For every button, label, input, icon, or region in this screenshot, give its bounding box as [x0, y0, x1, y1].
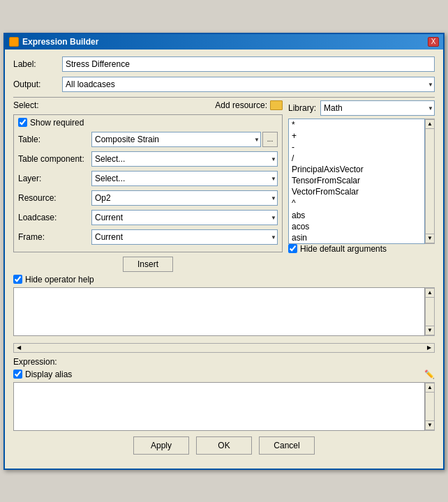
left-select-area: Select: Add resource: Show required Tabl… [13, 100, 283, 275]
list-item[interactable]: / [289, 153, 424, 164]
window-title: Expression Builder [22, 37, 98, 47]
expression-header: Expression: [13, 357, 435, 367]
list-item[interactable]: ^ [289, 197, 424, 208]
frame-label: Frame: [18, 232, 91, 242]
expression-label: Expression: [13, 357, 57, 367]
display-alias-label: Display alias [25, 370, 72, 379]
list-item[interactable]: abs [289, 210, 424, 221]
select-area: Select: Add resource: Show required Tabl… [13, 100, 435, 275]
dialog-content: Label: Output: All loadcases ▼ Select: A… [5, 50, 443, 469]
library-label: Library: [288, 103, 316, 113]
layer-select[interactable]: Select... [91, 171, 278, 186]
h-scroll-right[interactable]: ▶ [424, 343, 434, 353]
expr-scroll-up[interactable]: ▲ [425, 383, 435, 393]
display-alias-checkbox[interactable] [13, 370, 22, 379]
list-item[interactable]: TensorFromScalar [289, 175, 424, 186]
add-resource-label: Add resource: [215, 100, 267, 110]
loadcase-select-wrapper: Current ▼ [91, 210, 278, 225]
titlebar: Expression Builder X [5, 34, 443, 50]
apply-button[interactable]: Apply [133, 436, 189, 455]
resource-select[interactable]: Op2 [91, 190, 278, 206]
table-row: Table: Composite Strain ▼ ... [18, 132, 278, 147]
table-dots-button[interactable]: ... [262, 132, 278, 147]
library-select-wrapper: Math ▼ [320, 100, 435, 116]
display-alias-group: Display alias [13, 370, 72, 379]
bottom-buttons: Apply OK Cancel [13, 431, 435, 462]
table-component-label: Table component: [18, 154, 91, 164]
separator-1 [13, 97, 435, 98]
display-alias-row: Display alias ✏️ [13, 369, 435, 380]
library-list[interactable]: *+-/PrincipalAxisVectorTensorFromScalarV… [288, 119, 425, 244]
layer-row: Layer: Select... ▼ [18, 171, 278, 186]
table-component-select[interactable]: Select... [91, 151, 278, 167]
list-item[interactable]: * [289, 119, 424, 130]
show-required-label: Show required [30, 118, 84, 128]
hide-default-row: Hide default arguments [288, 244, 435, 254]
add-resource-row: Select: Add resource: [13, 100, 283, 110]
expression-scrollbar[interactable]: ▲ ▼ [425, 382, 435, 431]
hide-default-label: Hide default arguments [300, 244, 387, 254]
library-scrollbar[interactable]: ▲ ▼ [425, 119, 435, 244]
table-label: Table: [18, 135, 91, 144]
op-scrollbar-track [426, 298, 434, 326]
scrollbar-track [426, 129, 434, 234]
operator-help-h-scroll[interactable]: ◀ ▶ [13, 343, 435, 353]
show-required-group: Show required Table: Composite Strain ▼ … [13, 114, 283, 252]
scroll-down-arrow[interactable]: ▼ [425, 234, 435, 243]
pencil-icon[interactable]: ✏️ [424, 369, 435, 380]
list-item[interactable]: - [289, 142, 424, 153]
loadcase-row: Loadcase: Current ▼ [18, 210, 278, 225]
list-item[interactable]: asin [289, 232, 424, 243]
hide-operator-checkbox[interactable] [13, 275, 22, 284]
loadcase-select[interactable]: Current [91, 210, 278, 225]
frame-row: Frame: Current ▼ [18, 229, 278, 245]
operator-help-container: ▲ ▼ [13, 287, 435, 340]
label-input[interactable] [62, 56, 435, 72]
frame-select-wrapper: Current ▼ [91, 229, 278, 245]
select-label: Select: [13, 100, 39, 110]
show-required-row: Show required [18, 118, 278, 128]
expression-box[interactable] [13, 382, 425, 431]
ok-button[interactable]: OK [196, 436, 252, 455]
expr-scroll-down[interactable]: ▼ [425, 420, 435, 430]
layer-label: Layer: [18, 174, 91, 183]
op-scroll-up[interactable]: ▲ [425, 288, 435, 298]
library-select[interactable]: Math [320, 100, 435, 116]
list-item[interactable]: + [289, 130, 424, 142]
expression-box-container: ▲ ▼ [13, 382, 435, 431]
operator-help-scrollbar[interactable]: ▲ ▼ [425, 287, 435, 336]
list-item[interactable]: VectorFromScalar [289, 186, 424, 197]
label-label: Label: [13, 59, 62, 69]
resource-label: Resource: [18, 193, 91, 203]
h-scroll-left[interactable]: ◀ [14, 343, 24, 353]
frame-select[interactable]: Current [91, 229, 278, 245]
library-row: Library: Math ▼ [288, 100, 435, 116]
show-required-checkbox[interactable] [18, 118, 27, 127]
list-item[interactable]: acos [289, 221, 424, 232]
scroll-up-arrow[interactable]: ▲ [425, 119, 435, 129]
expression-section: Expression: Display alias ✏️ ▲ ▼ [13, 357, 435, 431]
output-select[interactable]: All loadcases [62, 77, 435, 92]
resource-row: Resource: Op2 ▼ [18, 190, 278, 206]
expr-scrollbar-track [426, 393, 434, 420]
hide-default-checkbox[interactable] [288, 244, 297, 253]
operator-help-box [13, 287, 425, 336]
table-component-row: Table component: Select... ▼ [18, 151, 278, 167]
right-panel: Library: Math ▼ *+-/PrincipalAxisVectorT… [288, 100, 435, 275]
add-resource-button[interactable] [270, 100, 283, 110]
loadcase-label: Loadcase: [18, 213, 91, 222]
cancel-button[interactable]: Cancel [259, 436, 315, 455]
list-item[interactable]: PrincipalAxisVector [289, 164, 424, 175]
hide-operator-label: Hide operator help [25, 275, 94, 284]
add-resource-group: Add resource: [215, 100, 283, 110]
table-select[interactable]: Composite Strain [91, 132, 261, 147]
output-label: Output: [13, 79, 62, 89]
insert-button[interactable]: Insert [123, 257, 173, 272]
library-list-container: *+-/PrincipalAxisVectorTensorFromScalarV… [288, 119, 435, 244]
close-button[interactable]: X [428, 37, 439, 47]
hide-operator-row: Hide operator help [13, 275, 435, 284]
op-scroll-down[interactable]: ▼ [425, 326, 435, 335]
titlebar-icon [9, 37, 19, 47]
layer-select-wrapper: Select... ▼ [91, 171, 278, 186]
resource-select-wrapper: Op2 ▼ [91, 190, 278, 206]
